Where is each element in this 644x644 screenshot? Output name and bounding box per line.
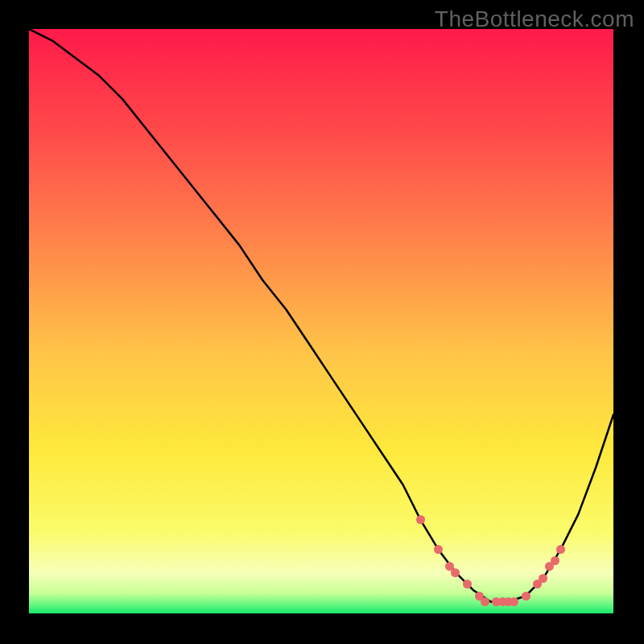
- plot-area: [29, 29, 613, 613]
- chart-canvas: TheBottleneck.com: [0, 0, 644, 644]
- background-gradient: [29, 29, 613, 613]
- svg-rect-0: [29, 29, 613, 613]
